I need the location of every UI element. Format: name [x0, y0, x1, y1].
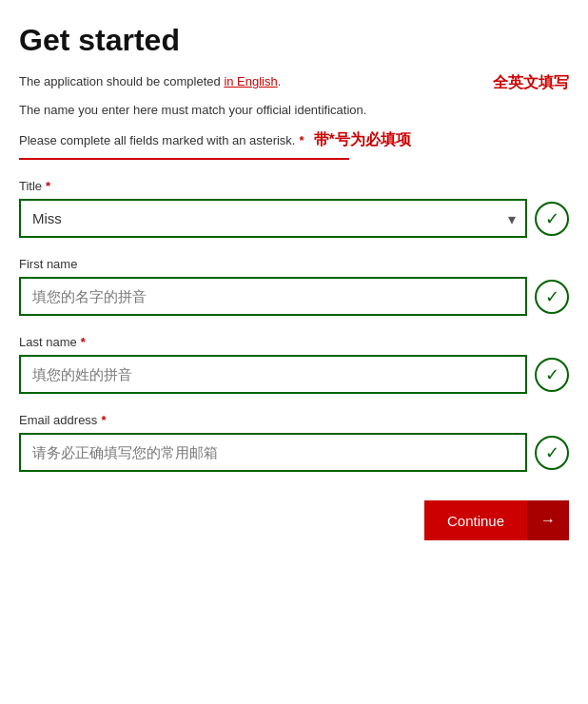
title-select[interactable]: Mr Mrs Miss Ms Dr: [19, 199, 527, 238]
firstname-label: First name: [19, 257, 569, 271]
required-annotation: 带*号为必填项: [314, 130, 411, 150]
email-required-marker: *: [101, 413, 106, 427]
section-divider: [19, 158, 349, 160]
lastname-input[interactable]: [19, 355, 527, 394]
title-field-group: Title * Mr Mrs Miss Ms Dr ✓: [19, 179, 569, 238]
continue-label: Continue: [447, 513, 516, 529]
firstname-check-icon: ✓: [535, 280, 569, 314]
title-select-wrapper: Mr Mrs Miss Ms Dr: [19, 199, 527, 238]
english-link: in English: [224, 74, 277, 88]
title-required-marker: *: [46, 179, 50, 193]
lastname-field-group: Last name * ✓: [19, 335, 569, 394]
english-annotation: 全英文填写: [493, 74, 569, 90]
title-check-icon: ✓: [535, 202, 569, 236]
bottom-bar: Continue →: [19, 500, 569, 540]
email-field-group: Email address * ✓: [19, 413, 569, 472]
english-instruction: The application should be completed in E…: [19, 73, 478, 90]
firstname-field-row: ✓: [19, 277, 569, 316]
continue-button[interactable]: Continue →: [424, 500, 569, 540]
continue-arrow-icon: →: [527, 500, 569, 540]
lastname-required-marker: *: [81, 335, 86, 349]
required-asterisk: *: [299, 133, 304, 147]
lastname-field-row: ✓: [19, 355, 569, 394]
email-check-icon: ✓: [535, 436, 569, 470]
firstname-input[interactable]: [19, 277, 527, 316]
email-field-row: ✓: [19, 433, 569, 472]
required-note-line: Please complete all fields marked with a…: [19, 130, 569, 150]
page-title: Get started: [19, 23, 569, 58]
lastname-label: Last name *: [19, 335, 569, 349]
title-label: Title *: [19, 179, 569, 193]
firstname-field-group: First name ✓: [19, 257, 569, 316]
id-instruction: The name you enter here must match your …: [19, 102, 569, 119]
email-input[interactable]: [19, 433, 527, 472]
title-field-row: Mr Mrs Miss Ms Dr ✓: [19, 199, 569, 238]
email-label: Email address *: [19, 413, 569, 427]
required-note-text: Please complete all fields marked with a…: [19, 133, 295, 147]
lastname-check-icon: ✓: [535, 358, 569, 392]
